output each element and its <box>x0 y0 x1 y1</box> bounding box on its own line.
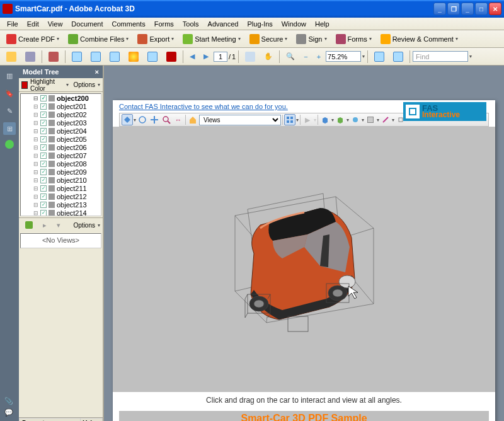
tree-item[interactable]: ⊟✓object200 <box>21 94 101 102</box>
svg-point-0 <box>139 117 146 123</box>
comments-icon[interactable]: 💬 <box>4 408 14 418</box>
tree-item[interactable]: ⊟✓object209 <box>21 168 101 176</box>
menu-help[interactable]: Help <box>311 19 334 29</box>
pages-tab-icon[interactable]: ▥ <box>3 69 16 82</box>
bookmarks-tab-icon[interactable]: 🔖 <box>3 87 16 100</box>
page-total: 1 <box>232 53 236 61</box>
tree-item[interactable]: ⊟✓object204 <box>21 127 101 135</box>
views-options-label[interactable]: Options <box>74 222 95 229</box>
export-button[interactable]: Export▾ <box>134 32 178 46</box>
tree-item[interactable]: ⊟✓object203 <box>21 118 101 127</box>
3d-spin-button[interactable] <box>137 114 148 125</box>
view-add-button[interactable] <box>21 219 37 231</box>
tree-item[interactable]: ⊟✓object210 <box>21 176 101 184</box>
3d-home-button[interactable] <box>187 114 198 125</box>
extra-1-button[interactable] <box>370 50 388 64</box>
3d-bg-button[interactable] <box>365 114 376 125</box>
menu-file[interactable]: File <box>3 19 23 29</box>
review-comment-button[interactable]: Review & Comment▾ <box>377 32 462 46</box>
zoom-in-button[interactable]: + <box>313 51 324 62</box>
tree-item[interactable]: ⊟✓object208 <box>21 159 101 168</box>
menu-advanced[interactable]: Advanced <box>203 19 243 29</box>
prev-page-button[interactable]: ◀ <box>186 50 198 62</box>
tree-item[interactable]: ⊟✓object213 <box>21 200 101 209</box>
3d-section-button[interactable] <box>380 114 391 125</box>
open-button[interactable] <box>3 50 20 64</box>
sign-tab-icon[interactable]: ✎ <box>3 105 16 117</box>
3d-cube2-button[interactable] <box>335 114 346 125</box>
mode-1-button[interactable] <box>68 50 86 64</box>
3d-zoom-button[interactable] <box>161 114 172 125</box>
forms-button[interactable]: Forms▾ <box>332 32 375 46</box>
tree-item[interactable]: ⊟✓object205 <box>21 135 101 143</box>
select-tool-button[interactable] <box>241 50 259 64</box>
extra-2-button[interactable] <box>389 50 407 64</box>
menu-forms[interactable]: Forms <box>150 19 178 29</box>
car-model[interactable] <box>210 178 399 335</box>
tree-item[interactable]: ⊟✓object211 <box>21 184 101 192</box>
start-meeting-button[interactable]: Start Meeting▾ <box>179 32 244 46</box>
tree-item[interactable]: ⊟✓object201 <box>21 102 101 110</box>
minimize-button[interactable]: _ <box>433 3 446 15</box>
tree-item[interactable]: ⊟✓object214 <box>21 209 101 216</box>
secure-button[interactable]: Secure▾ <box>246 32 292 46</box>
menu-plugins[interactable]: Plug-Ins <box>243 19 277 29</box>
highlight-color-swatch[interactable] <box>21 81 28 89</box>
hand-tool-button[interactable]: ✋ <box>260 50 277 62</box>
views-list[interactable]: <No Views> <box>20 233 101 248</box>
attachments-icon[interactable]: 📎 <box>4 397 14 407</box>
main-toolbar: Create PDF▾ Combine Files▾ Export▾ Start… <box>0 30 504 48</box>
zoom-out-button[interactable]: − <box>300 51 311 62</box>
panel-options-label[interactable]: Options <box>74 81 95 88</box>
tree-item[interactable]: ⊟✓object206 <box>21 143 101 151</box>
mode-2-button[interactable] <box>87 50 105 64</box>
3d-views-select[interactable]: Views <box>199 115 281 125</box>
menu-document[interactable]: Document <box>67 19 107 29</box>
3d-play-button[interactable]: ▶ <box>302 114 313 125</box>
view-opt3-button[interactable]: ▾ <box>53 219 64 231</box>
window-title: SmartCar.pdf - Adobe Acrobat 3D <box>15 4 433 13</box>
print-button[interactable] <box>21 50 39 64</box>
modeltree-tab-icon[interactable]: ⊞ <box>3 122 16 135</box>
help-tab-icon[interactable] <box>5 140 14 149</box>
next-page-button[interactable]: ▶ <box>200 50 212 62</box>
sun-button[interactable] <box>125 50 142 64</box>
model-tree[interactable]: ⊟✓object200⊟✓object201⊟✓object202⊟✓objec… <box>20 93 101 216</box>
menu-window[interactable]: Window <box>277 19 311 29</box>
zoom-tool-button[interactable]: 🔍 <box>282 50 299 62</box>
3d-canvas[interactable] <box>113 127 495 392</box>
stamp-button[interactable] <box>45 50 62 64</box>
3d-measure-button[interactable]: ↔ <box>173 114 184 125</box>
3d-grid-button[interactable] <box>284 114 295 125</box>
camera-button[interactable] <box>163 50 180 64</box>
3d-rotate-button[interactable] <box>122 114 133 125</box>
highlight-color-label[interactable]: Highlight Color <box>30 78 64 92</box>
sample-title: Smart-Car 3D PDF Sample <box>119 411 489 421</box>
nav-toolbar: ◀ ▶ / 1 ✋ 🔍 − + ▾ ▾ <box>0 48 504 66</box>
menu-view[interactable]: View <box>43 19 67 29</box>
panel-title: Model Tree <box>23 68 59 76</box>
tree-item[interactable]: ⊟✓object202 <box>21 110 101 118</box>
3d-pan-button[interactable] <box>149 114 160 125</box>
3d-light-button[interactable] <box>350 114 361 125</box>
combine-files-button[interactable]: Combine Files▾ <box>64 32 132 46</box>
menu-tools[interactable]: Tools <box>178 19 203 29</box>
tree-item[interactable]: ⊟✓object207 <box>21 151 101 159</box>
maximize-button[interactable]: □ <box>475 3 488 15</box>
menu-edit[interactable]: Edit <box>23 19 43 29</box>
page-number-input[interactable] <box>214 52 227 62</box>
minimize2-button[interactable]: _ <box>461 3 474 15</box>
page-button[interactable] <box>144 50 161 64</box>
zoom-select[interactable] <box>326 51 361 62</box>
3d-cube-button[interactable] <box>319 114 331 125</box>
panel-close-icon[interactable]: × <box>95 68 99 76</box>
close-button[interactable]: ✕ <box>489 3 501 15</box>
mode-3-button[interactable] <box>106 50 123 64</box>
sign-button[interactable]: Sign▾ <box>292 32 330 46</box>
tree-item[interactable]: ⊟✓object212 <box>21 192 101 200</box>
view-opt2-button[interactable]: ▸ <box>39 219 50 231</box>
restore-button[interactable]: ❐ <box>447 3 460 15</box>
find-input[interactable] <box>413 51 468 62</box>
create-pdf-button[interactable]: Create PDF▾ <box>3 32 63 46</box>
menu-comments[interactable]: Comments <box>108 19 150 29</box>
